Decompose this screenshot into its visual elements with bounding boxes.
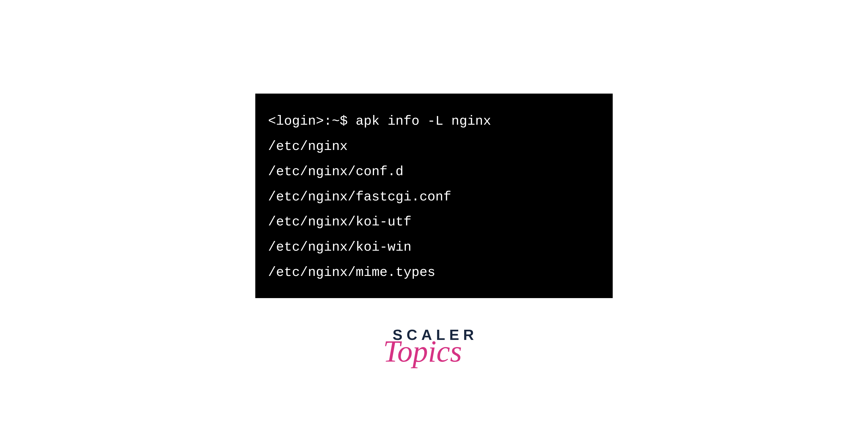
terminal-output-line: /etc/nginx/fastcgi.conf — [268, 184, 600, 210]
terminal-window: <login>:~$ apk info -L nginx /etc/nginx … — [255, 94, 613, 298]
brand-logo: SCALER Topics — [390, 326, 478, 365]
terminal-output-line: /etc/nginx/koi-utf — [268, 210, 600, 235]
terminal-output-line: /etc/nginx/mime.types — [268, 260, 600, 285]
logo-text-secondary: Topics — [383, 338, 462, 365]
terminal-output-line: /etc/nginx/conf.d — [268, 159, 600, 184]
terminal-output-line: /etc/nginx/koi-win — [268, 235, 600, 260]
logo-text-secondary-wrap: Topics — [383, 338, 462, 365]
terminal-output-line: /etc/nginx — [268, 134, 600, 159]
terminal-command-line: <login>:~$ apk info -L nginx — [268, 109, 600, 134]
